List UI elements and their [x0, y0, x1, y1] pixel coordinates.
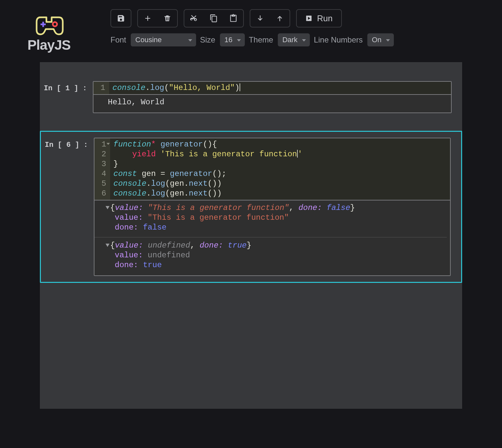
code-editor[interactable]: 1console.log("Hello, World")	[93, 82, 451, 94]
trash-icon	[163, 14, 172, 23]
font-select[interactable]: Cousine	[131, 33, 196, 46]
save-button[interactable]	[111, 10, 131, 27]
code-cell[interactable]: In [ 6 ] :123456function* generator(){ y…	[40, 131, 462, 283]
copy-icon	[209, 14, 218, 23]
line-numbers-label: Line Numbers	[314, 35, 362, 44]
arrow-down-icon	[256, 14, 264, 23]
size-select[interactable]: 16	[220, 33, 245, 46]
disclosure-triangle-icon[interactable]	[106, 206, 109, 209]
svg-rect-1	[42, 22, 44, 27]
button-row: Run	[110, 9, 502, 27]
logo: PlayJS	[0, 9, 98, 53]
line-numbers-select[interactable]: On	[367, 33, 394, 46]
font-value: Cousine	[135, 36, 162, 44]
group-run: Run	[296, 9, 342, 27]
line-gutter: 1	[93, 82, 109, 94]
cell-prompt: In [ 6 ] :	[41, 138, 94, 276]
line-gutter: 123456	[94, 138, 110, 200]
code-content: console.log("Hello, World")	[109, 82, 243, 94]
cell-output: {value: "This is a generator function", …	[94, 200, 450, 275]
copy-button[interactable]	[204, 10, 224, 27]
theme-select[interactable]: Dark	[278, 33, 310, 46]
move-up-button[interactable]	[270, 10, 290, 27]
plus-icon	[143, 14, 152, 23]
cell-body: 1console.log("Hello, World")Hello, World	[93, 81, 452, 113]
paste-button[interactable]	[224, 10, 243, 27]
toolbar-rows: Run Font Cousine Size 16 Theme Dark Line…	[110, 9, 502, 46]
app-name: PlayJS	[27, 37, 71, 53]
cut-button[interactable]	[184, 10, 204, 27]
arrow-up-icon	[276, 14, 284, 23]
code-cell[interactable]: In [ 1 ] :1console.log("Hello, World")He…	[40, 75, 462, 119]
code-content: function* generator(){ yield 'This is a …	[110, 138, 306, 200]
cell-prompt: In [ 1 ] :	[40, 81, 93, 113]
gamepad-icon	[33, 12, 65, 35]
group-add-delete	[137, 9, 178, 27]
code-editor[interactable]: 123456function* generator(){ yield 'This…	[94, 138, 450, 200]
scissors-icon	[190, 14, 198, 23]
group-save	[110, 9, 131, 27]
run-label: Run	[317, 13, 333, 24]
run-button[interactable]: Run	[297, 10, 341, 27]
settings-row: Font Cousine Size 16 Theme Dark Line Num…	[110, 33, 502, 46]
cell-output: Hello, World	[93, 94, 451, 112]
theme-label: Theme	[249, 35, 273, 44]
size-value: 16	[225, 36, 232, 44]
font-label: Font	[110, 35, 126, 44]
cell-body: 123456function* generator(){ yield 'This…	[94, 138, 451, 276]
add-cell-button[interactable]	[138, 10, 158, 27]
svg-point-2	[53, 22, 57, 26]
move-down-button[interactable]	[250, 10, 270, 27]
play-icon	[305, 15, 312, 22]
paste-icon	[229, 14, 238, 23]
disclosure-triangle-icon[interactable]	[106, 244, 109, 247]
line-numbers-value: On	[372, 36, 381, 44]
delete-cell-button[interactable]	[158, 10, 177, 27]
size-label: Size	[200, 35, 215, 44]
group-clipboard	[184, 9, 244, 27]
theme-value: Dark	[282, 36, 297, 44]
toolbar: PlayJS	[0, 0, 502, 62]
notebook-canvas: In [ 1 ] :1console.log("Hello, World")He…	[40, 62, 462, 409]
save-icon	[117, 14, 125, 23]
group-move	[250, 9, 290, 27]
